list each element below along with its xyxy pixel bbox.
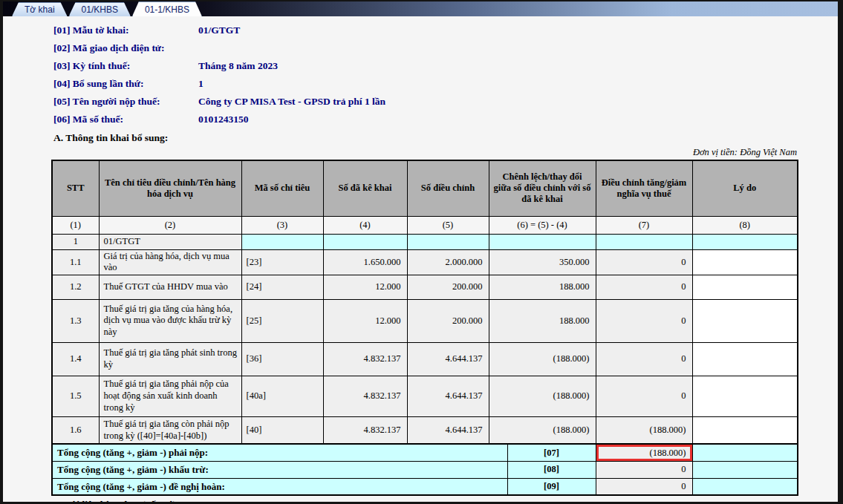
cell-stt: 1 xyxy=(52,234,99,249)
total-row-phai-nop: Tổng cộng (tăng +, giảm -) phải nộp: [07… xyxy=(52,444,798,461)
col-header-ma-so: Mã số chỉ tiêu xyxy=(241,160,323,216)
cell-diff: 188.000 xyxy=(489,299,596,342)
cell-declared: 12.000 xyxy=(323,299,407,342)
field-value-mau-to-khai: 01/GTGT xyxy=(198,24,240,36)
cell-obligation: 0 xyxy=(596,275,692,299)
cell-code: [40] xyxy=(241,416,323,444)
total-value-09: 0 xyxy=(596,478,692,495)
cell-name: Thuế giá trị gia tăng của hàng hóa, dịch… xyxy=(99,299,241,342)
field-row-06: [06] Mã số thuế: 0101243150 xyxy=(53,111,838,128)
cell-adjusted[interactable]: 4.644.137 xyxy=(407,416,489,444)
cell-diff: 350.000 xyxy=(489,249,596,275)
cell-stt: 1.3 xyxy=(52,299,99,342)
cell-name: Thuế giá trị gia tăng phát sinh trong kỳ xyxy=(99,342,241,376)
cell-code xyxy=(241,234,323,249)
total-row-khau-tru: Tổng cộng (tăng +, giảm -) khấu trừ: [08… xyxy=(52,461,798,478)
numbering-4: (4) xyxy=(323,216,407,234)
total-label-de-nghi-hoan: Tổng cộng (tăng +, giảm -) đề nghị hoàn: xyxy=(52,478,507,495)
cell-code: [40a] xyxy=(241,376,323,416)
adjustment-table-wrap: Đơn vị tiền: Đồng Việt Nam STT Tên chỉ t… xyxy=(51,147,797,496)
cell-declared: 4.832.137 xyxy=(323,376,407,416)
cell-name: Thuế giá trị gia tăng phải nộp của hoạt … xyxy=(99,376,241,416)
form-content: [01] Mẫu tờ khai: 01/GTGT [02] Mã giao d… xyxy=(3,16,838,502)
field-label-ky-tinh-thue: [03] Kỳ tính thuế: xyxy=(53,60,198,72)
total-code-09: [09] xyxy=(507,478,596,495)
table-row: 1.1 Giá trị của hàng hóa, dịch vụ mua và… xyxy=(52,249,798,275)
numbering-7: (7) xyxy=(596,216,692,234)
cell-name: 01/GTGT xyxy=(99,234,241,249)
cell-obligation: 0 xyxy=(596,376,692,416)
cell-stt: 1.2 xyxy=(52,275,99,299)
total-label-khau-tru: Tổng cộng (tăng +, giảm -) khấu trừ: xyxy=(52,461,507,478)
cell-diff: (188.000) xyxy=(489,342,596,376)
cell-declared: 12.000 xyxy=(323,275,407,299)
cell-stt: 1.1 xyxy=(52,249,99,275)
table-row: 1.5 Thuế giá trị gia tăng phải nộp của h… xyxy=(52,376,798,416)
cell-obligation xyxy=(596,234,692,249)
table-header-row: STT Tên chỉ tiêu điều chỉnh/Tên hàng hóa… xyxy=(52,160,798,216)
currency-note: Đơn vị tiền: Đồng Việt Nam xyxy=(51,147,797,160)
field-row-05: [05] Tên người nộp thuế: Công ty CP MISA… xyxy=(53,93,838,111)
cell-reason[interactable] xyxy=(692,342,798,376)
cell-declared: 4.832.137 xyxy=(323,416,407,444)
numbering-5: (5) xyxy=(407,216,489,234)
table-row: 1.6 Thuế giá trị gia tăng còn phải nộp t… xyxy=(52,416,798,444)
cell-reason[interactable] xyxy=(692,249,798,275)
total-row-de-nghi-hoan: Tổng cộng (tăng +, giảm -) đề nghị hoàn:… xyxy=(52,478,798,495)
cell-reason[interactable] xyxy=(692,299,798,342)
cell-adjusted[interactable]: 4.644.137 xyxy=(407,342,489,376)
cell-stt: 1.6 xyxy=(52,416,99,444)
cell-reason[interactable] xyxy=(692,376,798,416)
table-row: 1.2 Thuế GTGT của HHDV mua vào [24] 12.0… xyxy=(52,275,798,299)
cell-code: [24] xyxy=(241,275,323,299)
column-numbering-row: (1) (2) (3) (4) (5) (6) = (5) - (4) (7) … xyxy=(52,216,798,234)
field-row-01: [01] Mẫu tờ khai: 01/GTGT xyxy=(53,22,838,39)
cell-adjusted[interactable]: 2.000.000 xyxy=(407,249,489,275)
col-header-chenh-lech: Chênh lệch/thay đổi giữa số điều chỉnh v… xyxy=(489,160,596,216)
tab-to-khai[interactable]: Tờ khai xyxy=(12,2,68,16)
col-header-ly-do: Lý do xyxy=(692,160,798,216)
cell-name: Thuế giá trị gia tăng còn phải nộp trong… xyxy=(99,416,241,444)
cell-adjusted[interactable]: 4.644.137 xyxy=(407,376,489,416)
window-frame: Tờ khai 01/KHBS 01-1/KHBS [01] Mẫu tờ kh… xyxy=(0,0,843,504)
total-value-08: 0 xyxy=(596,461,692,478)
totals-table: Tổng cộng (tăng +, giảm -) phải nộp: [07… xyxy=(51,443,798,496)
field-label-ma-giao-dich: [02] Mã giao dịch điện tử: xyxy=(53,42,198,54)
tab-01-1-khbs[interactable]: 01-1/KHBS xyxy=(132,1,202,16)
total-trailing-cell xyxy=(692,444,798,461)
cell-declared: 4.832.137 xyxy=(323,342,407,376)
cell-adjusted[interactable]: 200.000 xyxy=(407,275,489,299)
cell-name: Thuế GTGT của HHDV mua vào xyxy=(99,275,241,299)
numbering-8: (8) xyxy=(692,216,798,234)
col-header-dieu-chinh-tang-giam: Điều chỉnh tăng/giảm nghĩa vụ thuế xyxy=(596,160,692,216)
cell-stt: 1.5 xyxy=(52,376,99,416)
total-trailing-cell xyxy=(692,478,798,495)
cell-reason[interactable] xyxy=(692,234,798,249)
field-row-04: [04] Bổ sung lần thứ: 1 xyxy=(53,75,838,93)
field-value-ma-so-thue: 0101243150 xyxy=(198,114,249,125)
col-header-ten-chi-tieu: Tên chỉ tiêu điều chỉnh/Tên hàng hóa dịc… xyxy=(99,160,241,216)
cell-name: Giá trị của hàng hóa, dịch vụ mua vào xyxy=(99,249,241,275)
cell-reason[interactable] xyxy=(692,275,798,299)
tab-strip: Tờ khai 01/KHBS 01-1/KHBS xyxy=(3,1,838,16)
total-code-07: [07] xyxy=(507,444,596,461)
cell-diff: (188.000) xyxy=(489,416,596,444)
cell-obligation: 0 xyxy=(596,342,692,376)
cell-stt: 1.4 xyxy=(52,342,99,376)
field-label-bo-sung-lan-thu: [04] Bổ sung lần thứ: xyxy=(53,78,198,90)
section-b-title: B. Tài liệu kèm theo (nếu có): xyxy=(53,499,838,502)
numbering-6: (6) = (5) - (4) xyxy=(489,216,596,234)
numbering-1: (1) xyxy=(52,216,99,234)
cell-code: [23] xyxy=(241,249,323,275)
cell-diff: (188.000) xyxy=(489,376,596,416)
total-label-phai-nop: Tổng cộng (tăng +, giảm -) phải nộp: xyxy=(52,444,507,461)
field-value-ten-nguoi-nop-thue: Công ty CP MISA Test - GPSD trả phí 1 lầ… xyxy=(198,96,385,108)
cell-reason[interactable] xyxy=(692,416,798,444)
cell-adjusted[interactable]: 200.000 xyxy=(407,299,489,342)
cell-adjusted[interactable] xyxy=(407,234,489,249)
table-row: 1.4 Thuế giá trị gia tăng phát sinh tron… xyxy=(52,342,798,376)
cell-code: [25] xyxy=(241,299,323,342)
declaration-header-fields: [01] Mẫu tờ khai: 01/GTGT [02] Mã giao d… xyxy=(3,16,838,128)
cell-declared: 1.650.000 xyxy=(323,249,407,275)
tab-01-khbs[interactable]: 01/KHBS xyxy=(69,2,131,16)
